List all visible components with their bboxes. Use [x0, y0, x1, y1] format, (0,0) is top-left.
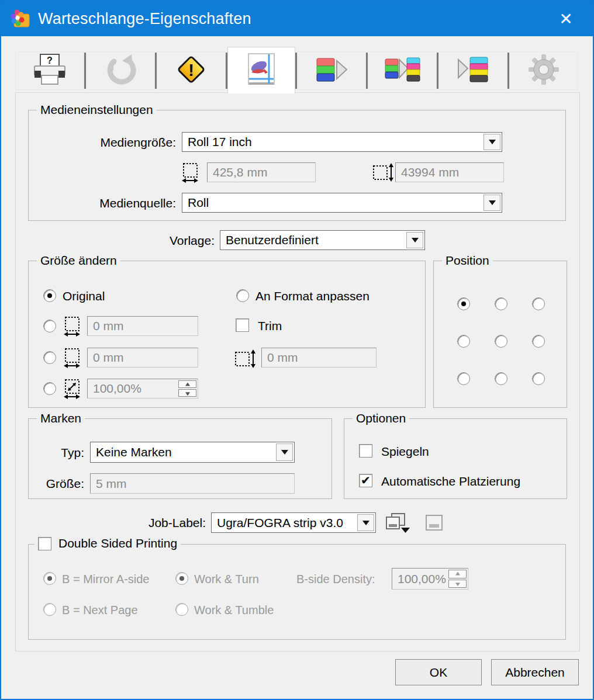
media-width-field: 425,8 mm	[207, 162, 316, 182]
options-group: Optionen Spiegeln Automatische Platzieru…	[344, 418, 567, 499]
media-size-select[interactable]: Roll 17 inch	[182, 132, 502, 152]
resize-height-radio[interactable]	[43, 351, 56, 364]
position-radio-middle-right[interactable]	[532, 335, 545, 348]
position-group: Position	[433, 261, 567, 408]
duplex-work-turn-label: Work & Turn	[194, 573, 259, 586]
width-icon	[63, 316, 84, 339]
options-legend: Optionen	[353, 411, 409, 425]
settings-gear-icon	[527, 53, 560, 88]
marks-group: Marken Typ: Keine Marken Größe: 5 mm	[28, 418, 332, 499]
media-settings-group: Medieneinstellungen Mediengröße: Roll 17…	[28, 110, 566, 221]
resize-group: Größe ändern Original An Format anpassen…	[28, 261, 426, 408]
tab-color-conversion[interactable]	[368, 51, 437, 90]
cancel-button[interactable]: Abbrechen	[491, 659, 579, 685]
duplex-density-label: B-side Density:	[296, 573, 375, 586]
svg-text:!: !	[188, 60, 194, 79]
duplex-work-turn-radio	[175, 572, 188, 585]
duplex-enable-checkbox[interactable]	[38, 537, 51, 550]
width-icon	[181, 162, 202, 185]
media-source-select[interactable]: Roll	[182, 193, 502, 213]
app-icon	[11, 9, 30, 29]
position-radio-bottom-center[interactable]	[495, 372, 507, 385]
marks-type-select[interactable]: Keine Marken	[90, 442, 295, 463]
marks-type-dropdown-button[interactable]	[276, 443, 293, 461]
color-conversion-icon	[384, 56, 420, 85]
resize-original-radio[interactable]	[43, 289, 56, 302]
spinner-down-button	[448, 580, 467, 588]
media-size-dropdown-button[interactable]	[484, 134, 500, 150]
resize-scale-radio[interactable]	[43, 382, 56, 395]
mirror-checkbox[interactable]	[359, 444, 372, 458]
resize-height-field: 0 mm	[87, 348, 198, 368]
titlebar: Warteschlange-Eigenschaften ✕	[1, 1, 593, 36]
warnings-icon: !	[174, 53, 208, 89]
duplex-work-tumble-label: Work & Tumble	[194, 604, 274, 617]
tab-rgb-input[interactable]	[297, 51, 366, 90]
job-label-value: Ugra/FOGRA strip v3.0	[217, 516, 343, 530]
position-radio-top-left[interactable]	[457, 297, 470, 310]
resize-width-field: 0 mm	[87, 316, 198, 336]
window-title: Warteschlange-Eigenschaften	[38, 10, 251, 28]
position-radio-middle-center[interactable]	[495, 335, 507, 348]
media-settings-legend: Medieneinstellungen	[37, 103, 157, 117]
trim-size-field: 0 mm	[261, 348, 377, 368]
resize-width-radio[interactable]	[43, 320, 56, 332]
media-height-value: 43994 mm	[401, 165, 459, 179]
marks-type-label: Typ:	[40, 446, 84, 460]
tab-warnings[interactable]: !	[157, 51, 226, 90]
label-preview-icon	[423, 514, 445, 536]
reset-icon	[105, 54, 136, 88]
layout-tab-page: Medieneinstellungen Mediengröße: Roll 17…	[15, 92, 580, 652]
template-label: Vorlage:	[133, 234, 215, 248]
tab-printer-status[interactable]: ?	[15, 51, 84, 90]
duplex-work-tumble-radio	[175, 603, 188, 616]
width-icon	[63, 347, 84, 370]
trim-size-value: 0 mm	[267, 351, 298, 365]
resize-scale-field: 100,00%	[87, 379, 198, 398]
position-radio-bottom-left[interactable]	[457, 372, 470, 385]
tab-strip: ?	[15, 47, 580, 93]
template-dropdown-button[interactable]	[406, 232, 423, 248]
height-icon	[234, 349, 257, 371]
duplex-group: Double Sided Printing B = Mirror A-side …	[28, 544, 566, 640]
spinner-down-button[interactable]	[178, 389, 196, 397]
job-label-dropdown-button[interactable]	[357, 514, 374, 531]
tab-layout-media[interactable]	[227, 47, 295, 93]
media-width-value: 425,8 mm	[213, 165, 267, 179]
media-source-dropdown-button[interactable]	[484, 195, 500, 211]
marks-type-value: Keine Marken	[96, 445, 172, 459]
spinner-up-button	[448, 570, 467, 578]
ok-button-label: OK	[430, 666, 447, 680]
marks-legend: Marken	[37, 411, 85, 425]
marks-size-value: 5 mm	[96, 477, 127, 491]
position-radio-bottom-right[interactable]	[532, 372, 545, 385]
copy-label-button[interactable]	[384, 512, 411, 537]
resize-fit-radio[interactable]	[236, 289, 249, 302]
spinner-up-button[interactable]	[178, 380, 196, 388]
trim-checkbox[interactable]	[236, 318, 249, 332]
duplex-next-page-radio	[43, 603, 56, 616]
position-radio-top-center[interactable]	[495, 297, 507, 310]
position-radio-middle-left[interactable]	[457, 335, 470, 348]
scale-icon	[63, 378, 84, 401]
ok-button[interactable]: OK	[395, 659, 482, 685]
job-label-select[interactable]: Ugra/FOGRA strip v3.0	[211, 512, 376, 533]
auto-placement-checkbox[interactable]	[359, 474, 372, 487]
close-icon: ✕	[559, 9, 572, 29]
duplex-legend: Double Sided Printing	[34, 536, 181, 550]
media-height-field: 43994 mm	[395, 162, 504, 182]
duplex-density-field: 100,00%	[392, 568, 468, 590]
template-select[interactable]: Benutzerdefiniert	[220, 230, 425, 250]
tab-settings[interactable]	[509, 51, 578, 90]
rgb-input-icon	[314, 57, 349, 85]
label-preview-button	[423, 514, 445, 536]
duplex-legend-text: Double Sided Printing	[58, 536, 177, 550]
position-radio-top-right[interactable]	[532, 297, 545, 310]
duplex-density-value: 100,00%	[398, 572, 446, 586]
scale-spinner[interactable]	[178, 380, 196, 397]
media-size-value: Roll 17 inch	[188, 135, 252, 149]
close-button[interactable]: ✕	[539, 1, 593, 36]
auto-placement-label: Automatische Platzierung	[381, 474, 520, 488]
tab-cmyk-output[interactable]	[438, 51, 507, 90]
tab-reset[interactable]	[86, 51, 155, 90]
